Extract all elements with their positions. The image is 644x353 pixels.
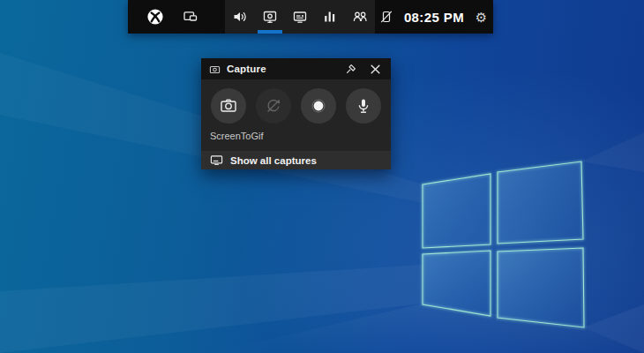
xbox-logo-icon xyxy=(146,8,164,26)
widget-menu-button[interactable] xyxy=(175,0,206,34)
clock: 08:25 PM xyxy=(401,10,467,25)
start-recording-icon xyxy=(309,96,328,116)
xbox-home-button[interactable] xyxy=(139,0,171,34)
capture-title-icon xyxy=(209,64,221,75)
broadcast-icon xyxy=(291,8,309,26)
desktop-wallpaper xyxy=(0,0,644,353)
logo-pane-top-left xyxy=(423,174,490,248)
game-bar-home-section xyxy=(128,0,225,34)
settings-button[interactable]: ⚙ xyxy=(469,0,493,34)
active-widget-indicator xyxy=(258,30,282,34)
show-all-captures-button[interactable]: Show all captures xyxy=(201,151,391,169)
audio-icon xyxy=(231,8,249,26)
capture-widget-button[interactable] xyxy=(255,0,285,34)
take-screenshot-button[interactable] xyxy=(211,88,246,124)
game-bar: 08:25 PM ⚙ xyxy=(128,0,493,34)
performance-widget-button[interactable] xyxy=(315,0,345,34)
looking-for-group-button[interactable] xyxy=(345,0,375,34)
game-bar-system-section: 08:25 PM ⚙ xyxy=(375,0,493,34)
audio-widget-button[interactable] xyxy=(225,0,255,34)
windows-logo xyxy=(423,161,584,327)
settings-gear-icon: ⚙ xyxy=(476,11,487,24)
performance-icon xyxy=(321,8,339,26)
microphone-button[interactable] xyxy=(346,88,381,124)
screenshot-camera-icon xyxy=(219,96,238,116)
game-bar-widgets-section xyxy=(225,0,375,34)
notifications-off-icon xyxy=(378,9,394,25)
microphone-icon xyxy=(354,96,373,116)
capture-button-row xyxy=(201,88,391,124)
close-icon xyxy=(370,64,381,75)
capture-source-app: ScreenToGif xyxy=(210,131,391,141)
logo-pane-top-right xyxy=(498,161,583,244)
capture-panel-title: Capture xyxy=(227,64,266,74)
capture-panel-body: ScreenToGif xyxy=(201,79,391,151)
notifications-off-button[interactable] xyxy=(375,0,399,34)
start-recording-button[interactable] xyxy=(301,88,336,124)
widget-menu-icon xyxy=(182,8,199,26)
windows-logo-artwork xyxy=(0,0,644,353)
broadcast-widget-button[interactable] xyxy=(285,0,315,34)
capture-icon xyxy=(261,8,279,26)
logo-pane-bottom-left xyxy=(423,251,490,316)
screen: 08:25 PM ⚙ Capture xyxy=(0,0,644,353)
record-last-30s-button[interactable] xyxy=(256,88,291,124)
logo-pane-bottom-right xyxy=(498,248,584,327)
close-button[interactable] xyxy=(366,60,384,78)
show-all-captures-label: Show all captures xyxy=(230,155,317,166)
pin-icon xyxy=(345,63,357,75)
pin-button[interactable] xyxy=(342,60,360,78)
capture-titlebar[interactable]: Capture xyxy=(201,58,391,79)
show-all-captures-icon xyxy=(210,154,223,167)
record-last-30s-icon xyxy=(264,96,283,116)
looking-for-group-icon xyxy=(351,8,369,26)
capture-widget-panel: Capture xyxy=(201,58,391,169)
